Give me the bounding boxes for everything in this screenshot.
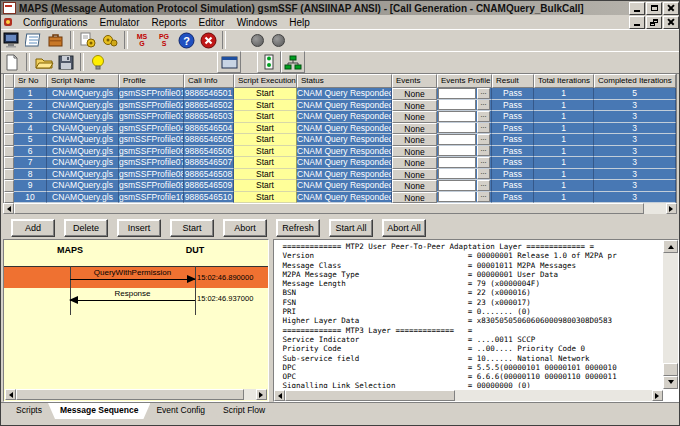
sequence-hscrollbar[interactable] bbox=[5, 389, 267, 400]
col-header-script-execution[interactable]: Script Execution bbox=[234, 74, 297, 88]
events-profile-browse-button[interactable]: ... bbox=[477, 100, 490, 111]
table-row[interactable]: 6 CNAMQuery.gls gsmSSFProfile06 98865465… bbox=[4, 146, 676, 158]
cell-script-execution[interactable]: Start bbox=[234, 180, 297, 192]
action-button[interactable]: Insert bbox=[117, 219, 161, 237]
decode-hscrollbar[interactable] bbox=[274, 390, 663, 401]
row-selector[interactable] bbox=[4, 157, 14, 169]
scroll-right-button[interactable] bbox=[666, 203, 677, 214]
events-profile-browse-button[interactable]: ... bbox=[477, 134, 490, 145]
col-header-result[interactable]: Result bbox=[492, 74, 534, 88]
events-profile-browse-button[interactable]: ... bbox=[477, 111, 490, 122]
events-profile-field[interactable] bbox=[438, 111, 476, 122]
menu-item[interactable]: Reports bbox=[146, 16, 193, 29]
cell-script-execution[interactable]: Start bbox=[234, 169, 297, 181]
events-button[interactable] bbox=[87, 52, 109, 72]
cell-script-execution[interactable]: Start bbox=[234, 192, 297, 204]
row-selector[interactable] bbox=[4, 192, 14, 204]
close-button[interactable] bbox=[663, 2, 679, 15]
action-button[interactable]: Start All bbox=[329, 219, 373, 237]
scroll-right-button[interactable] bbox=[652, 390, 663, 401]
scroll-left-button[interactable] bbox=[274, 390, 285, 401]
events-profile-browse-button[interactable]: ... bbox=[477, 192, 490, 203]
child-restore-button[interactable] bbox=[646, 16, 662, 29]
action-button[interactable]: Abort bbox=[223, 219, 267, 237]
scroll-left-button[interactable] bbox=[3, 203, 14, 214]
row-selector[interactable] bbox=[4, 146, 14, 158]
table-row[interactable]: 2 CNAMQuery.gls gsmSSFProfile02 98865465… bbox=[4, 100, 676, 112]
table-row[interactable]: 4 CNAMQuery.gls gsmSSFProfile04 98865465… bbox=[4, 123, 676, 135]
cell-events[interactable]: None bbox=[392, 192, 437, 204]
scroll-up-button[interactable] bbox=[663, 240, 678, 253]
tab[interactable]: Message Sequence bbox=[48, 403, 150, 419]
events-profile-browse-button[interactable]: ... bbox=[477, 169, 490, 180]
col-header-events[interactable]: Events bbox=[392, 74, 437, 88]
tab[interactable]: Event Config bbox=[144, 403, 217, 419]
minimize-button[interactable] bbox=[629, 2, 645, 15]
cell-script-execution[interactable]: Start bbox=[234, 100, 297, 112]
save-button[interactable] bbox=[55, 52, 77, 72]
table-hscrollbar[interactable] bbox=[3, 203, 677, 214]
cell-events[interactable]: None bbox=[392, 100, 437, 112]
scroll-left-button[interactable] bbox=[5, 389, 16, 400]
sequence-message[interactable]: QueryWithPermission 15:02:46.890000 bbox=[4, 266, 268, 288]
menu-item[interactable]: Windows bbox=[231, 16, 284, 29]
row-selector[interactable] bbox=[4, 88, 14, 100]
events-profile-field[interactable] bbox=[438, 146, 476, 157]
cell-events[interactable]: None bbox=[392, 146, 437, 158]
table-row[interactable]: 3 CNAMQuery.gls gsmSSFProfile03 98865465… bbox=[4, 111, 676, 123]
cell-events[interactable]: None bbox=[392, 134, 437, 146]
col-header-script-name[interactable]: Script Name bbox=[47, 74, 119, 88]
action-button[interactable]: Refresh bbox=[276, 219, 320, 237]
cell-events[interactable]: None bbox=[392, 180, 437, 192]
action-button[interactable]: Delete bbox=[64, 219, 108, 237]
new-script-button[interactable] bbox=[1, 52, 23, 72]
decode-vscrollbar[interactable] bbox=[663, 240, 678, 389]
sequence-message[interactable]: Response 15:02:46.937000 bbox=[4, 288, 268, 308]
events-profile-browse-button[interactable]: ... bbox=[477, 88, 490, 99]
script-editor-button[interactable]: PGS bbox=[153, 30, 175, 50]
profile-config-button[interactable] bbox=[77, 30, 99, 50]
row-selector[interactable] bbox=[4, 123, 14, 135]
call-generation-window-button[interactable] bbox=[217, 51, 241, 73]
cell-script-execution[interactable]: Start bbox=[234, 134, 297, 146]
cell-events[interactable]: None bbox=[392, 157, 437, 169]
table-row[interactable]: 10 CNAMQuery.gls gsmSSFProfile10 9886546… bbox=[4, 192, 676, 204]
cell-script-execution[interactable]: Start bbox=[234, 88, 297, 100]
header-row-selector[interactable] bbox=[4, 74, 14, 88]
child-window-icon[interactable] bbox=[3, 17, 13, 27]
col-header-events-profile[interactable]: Events Profile bbox=[437, 74, 492, 88]
table-row[interactable]: 7 CNAMQuery.gls gsmSSFProfile07 98865465… bbox=[4, 157, 676, 169]
row-selector[interactable] bbox=[4, 111, 14, 123]
cell-events[interactable]: None bbox=[392, 169, 437, 181]
menu-item[interactable]: Emulator bbox=[93, 16, 145, 29]
cell-events[interactable]: None bbox=[392, 111, 437, 123]
testcase-briefcase-button[interactable] bbox=[45, 30, 67, 50]
col-header-total-iterations[interactable]: Total Iterations bbox=[534, 74, 594, 88]
events-profile-field[interactable] bbox=[438, 123, 476, 134]
exit-button[interactable] bbox=[197, 30, 219, 50]
row-selector[interactable] bbox=[4, 180, 14, 192]
action-button[interactable]: Abort All bbox=[382, 219, 426, 237]
link-status-button[interactable] bbox=[257, 51, 281, 73]
cell-script-execution[interactable]: Start bbox=[234, 146, 297, 158]
scroll-thumb[interactable] bbox=[663, 363, 678, 376]
events-profile-browse-button[interactable]: ... bbox=[477, 157, 490, 168]
col-header-status[interactable]: Status bbox=[297, 74, 392, 88]
help-button[interactable]: ? bbox=[175, 30, 197, 50]
child-close-button[interactable] bbox=[663, 16, 679, 29]
cell-script-execution[interactable]: Start bbox=[234, 157, 297, 169]
events-profile-field[interactable] bbox=[438, 134, 476, 145]
tab[interactable]: Scripts bbox=[4, 403, 54, 419]
action-button[interactable]: Add bbox=[11, 219, 55, 237]
tab[interactable]: Script Flow bbox=[211, 403, 277, 419]
events-profile-field[interactable] bbox=[438, 180, 476, 191]
child-minimize-button[interactable] bbox=[629, 16, 645, 29]
scroll-thumb[interactable] bbox=[285, 390, 455, 401]
action-button[interactable]: Start bbox=[170, 219, 214, 237]
profile-editor-button[interactable] bbox=[23, 30, 45, 50]
table-row[interactable]: 1 CNAMQuery.gls gsmSSFProfile01 98865465… bbox=[4, 88, 676, 100]
scroll-thumb[interactable] bbox=[14, 203, 644, 214]
table-row[interactable]: 5 CNAMQuery.gls gsmSSFProfile05 98865465… bbox=[4, 134, 676, 146]
menu-item[interactable]: Configurations bbox=[17, 16, 93, 29]
events-profile-field[interactable] bbox=[438, 157, 476, 168]
